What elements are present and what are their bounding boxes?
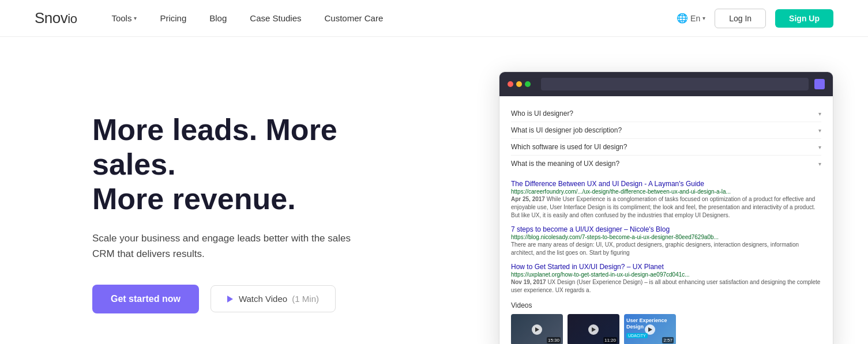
browser-url-bar <box>541 78 809 90</box>
play-triangle-icon <box>535 327 539 332</box>
result-desc-text: While User Experience is a conglomeratio… <box>511 196 816 218</box>
login-button[interactable]: Log In <box>715 9 766 28</box>
nav-customer-care[interactable]: Customer Care <box>325 13 384 23</box>
result-desc: Nov 19, 2017 UX Design (User Experience … <box>511 278 821 294</box>
nav-tools-label: Tools <box>111 13 131 23</box>
hero-section: More leads. More sales. More revenue. Sc… <box>0 37 868 344</box>
faq-chevron-icon: ▾ <box>818 161 821 167</box>
search-result-2: 7 steps to become a UI/UX designer – Nic… <box>511 225 821 257</box>
result-url: https://careerfoundry.com/.../ux-design/… <box>511 188 821 195</box>
faq-item[interactable]: Which software is used for UI design? ▾ <box>511 139 821 156</box>
logo-suffix: io <box>67 12 77 26</box>
nav-blog[interactable]: Blog <box>209 13 227 23</box>
browser-dots <box>508 81 531 87</box>
nav-case-studies-label: Case Studies <box>250 13 301 23</box>
video-thumb-2[interactable]: 11:20 <box>568 314 619 344</box>
faq-item[interactable]: What is the meaning of UX design? ▾ <box>511 156 821 172</box>
video-thumb-1[interactable]: 15:30 <box>511 314 563 344</box>
result-date: Nov 19, 2017 <box>511 279 546 285</box>
browser-mockup: Who is UI designer? ▾ What is UI designe… <box>499 71 833 344</box>
faq-chevron-icon: ▾ <box>818 127 821 134</box>
watch-label-text: Watch Video <box>239 294 287 304</box>
udacity-badge: UDACITY <box>626 333 648 338</box>
video-thumb-3[interactable]: User Experience Design UDACITY 2:57 <box>624 314 676 344</box>
play-icon <box>227 296 233 303</box>
hero-title: More leads. More sales. More revenue. <box>92 113 415 216</box>
dot-yellow <box>516 81 522 87</box>
result-date: Apr 25, 2017 <box>511 196 545 202</box>
dot-red <box>508 81 513 87</box>
faq-text: Who is UI designer? <box>511 109 573 118</box>
hero-actions: Get started now Watch Video (1 Min) <box>92 285 415 313</box>
play-triangle-icon <box>592 327 596 332</box>
nav-case-studies[interactable]: Case Studies <box>250 13 301 23</box>
nav-customer-care-label: Customer Care <box>325 13 384 23</box>
faq-text: What is the meaning of UX design? <box>511 160 619 168</box>
faq-item[interactable]: What is UI designer job description? ▾ <box>511 122 821 139</box>
result-title[interactable]: 7 steps to become a UI/UX designer – Nic… <box>511 225 821 233</box>
nav-pricing-label: Pricing <box>160 13 186 23</box>
hero-title-line2: More revenue. <box>92 182 296 216</box>
signup-button[interactable]: Sign Up <box>775 9 833 28</box>
result-url: https://blog.nicolesady.com/7-steps-to-b… <box>511 234 821 240</box>
result-desc: There are many areas of design: UI, UX, … <box>511 241 821 257</box>
hero-left: More leads. More sales. More revenue. Sc… <box>92 113 415 313</box>
play-circle-icon <box>588 324 599 335</box>
language-selector[interactable]: 🌐 En ▾ <box>677 13 705 24</box>
videos-section: Videos 15:30 11:20 User Experience Desig… <box>511 301 821 344</box>
browser-content: Who is UI designer? ▾ What is UI designe… <box>499 96 833 344</box>
video-duration: 15:30 <box>547 337 561 343</box>
watch-video-label: Watch Video (1 Min) <box>239 294 319 304</box>
result-title[interactable]: How to Get Started in UX/UI Design? – UX… <box>511 263 821 271</box>
browser-extension-icon <box>814 79 825 89</box>
watch-duration-text: (1 Min) <box>292 294 319 304</box>
browser-topbar <box>499 72 833 96</box>
nav-blog-label: Blog <box>209 13 227 23</box>
globe-icon: 🌐 <box>677 13 688 24</box>
video-thumbnails: 15:30 11:20 User Experience Design UDACI… <box>511 314 821 344</box>
hero-right: Who is UI designer? ▾ What is UI designe… <box>461 71 833 344</box>
faq-text: What is UI designer job description? <box>511 126 622 134</box>
language-label: En <box>690 14 700 23</box>
faq-chevron-icon: ▾ <box>818 111 821 117</box>
search-result-3: How to Get Started in UX/UI Design? – UX… <box>511 263 821 294</box>
nav-links: Tools ▾ Pricing Blog Case Studies Custom… <box>111 13 677 23</box>
logo[interactable]: Snovio <box>35 9 77 27</box>
faq-chevron-icon: ▾ <box>818 144 821 150</box>
navbar: Snovio Tools ▾ Pricing Blog Case Studies… <box>0 0 868 37</box>
watch-video-button[interactable]: Watch Video (1 Min) <box>211 285 336 312</box>
search-result-1: The Difference Between UX and UI Design … <box>511 180 821 220</box>
nav-pricing[interactable]: Pricing <box>160 13 186 23</box>
faq-item[interactable]: Who is UI designer? ▾ <box>511 105 821 122</box>
play-triangle-icon <box>648 327 652 332</box>
faq-text: Which software is used for UI design? <box>511 143 627 151</box>
videos-label: Videos <box>511 301 821 309</box>
faq-list: Who is UI designer? ▾ What is UI designe… <box>511 105 821 172</box>
lang-chevron-icon: ▾ <box>702 15 705 21</box>
video-duration: 11:20 <box>603 337 617 343</box>
video-duration: 2:57 <box>662 337 674 343</box>
result-desc: Apr 25, 2017 While User Experience is a … <box>511 195 821 220</box>
dot-green <box>525 81 531 87</box>
result-desc-text: UX Design (User Experience Design) – is … <box>511 279 820 293</box>
result-title[interactable]: The Difference Between UX and UI Design … <box>511 180 821 188</box>
result-url: https://uxplanet.org/how-to-get-started-… <box>511 271 821 278</box>
chevron-down-icon: ▾ <box>134 15 137 21</box>
nav-right: 🌐 En ▾ Log In Sign Up <box>677 9 833 28</box>
play-circle-icon <box>532 324 542 335</box>
hero-subtitle: Scale your business and engage leads bet… <box>92 230 369 262</box>
nav-tools[interactable]: Tools ▾ <box>111 13 137 23</box>
get-started-button[interactable]: Get started now <box>92 285 199 313</box>
hero-title-line1: More leads. More sales. <box>92 113 337 181</box>
logo-brand: Snov <box>35 9 67 27</box>
